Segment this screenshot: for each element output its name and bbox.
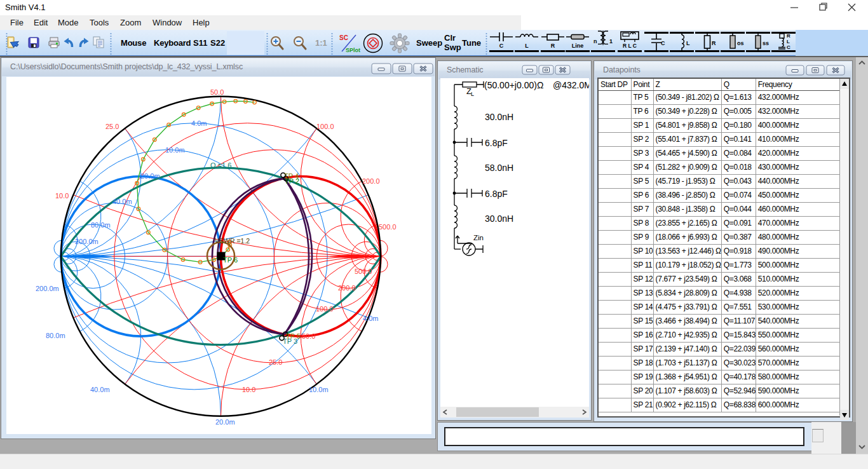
svg-text:10.0: 10.0 [242, 386, 255, 393]
svg-text:C: C [499, 43, 504, 49]
svg-text:200.0m: 200.0m [36, 285, 59, 292]
svg-text:500.0: 500.0 [355, 268, 372, 275]
svg-text:C: C [661, 40, 665, 46]
svg-text:20.0m: 20.0m [215, 418, 235, 426]
svg-text:40.0m: 40.0m [112, 198, 132, 205]
svg-text:os: os [737, 40, 744, 46]
svg-text:4.0m: 4.0m [191, 119, 207, 127]
svg-text:80.0m: 80.0m [91, 221, 111, 229]
svg-text:SPlot: SPlot [346, 47, 360, 53]
svg-text:TP 3: TP 3 [283, 337, 297, 345]
svg-text:R: R [787, 33, 790, 39]
svg-text:10.0m: 10.0m [309, 386, 329, 393]
svg-text:80.0m: 80.0m [46, 332, 65, 339]
svg-text:25.0: 25.0 [105, 123, 119, 130]
svg-text:100.0: 100.0 [316, 123, 334, 130]
svg-text:Zin: Zin [473, 234, 484, 241]
svg-text:500.0: 500.0 [379, 223, 397, 231]
svg-text:50.0: 50.0 [302, 332, 315, 340]
svg-text:R: R [712, 40, 716, 46]
svg-text:Q =1.6: Q =1.6 [210, 161, 231, 169]
svg-text:200.0: 200.0 [362, 177, 380, 185]
svg-text:20.0m: 20.0m [140, 172, 160, 180]
svg-text:ss: ss [763, 40, 769, 46]
svg-text:200.0m: 200.0m [75, 238, 98, 245]
svg-text:SC: SC [339, 34, 348, 41]
svg-text:TP 2: TP 2 [285, 177, 299, 185]
svg-text:200.0: 200.0 [338, 284, 356, 292]
svg-text:TP 6: TP 6 [223, 256, 238, 264]
svg-text:50.0: 50.0 [210, 88, 224, 96]
svg-text:L: L [787, 39, 790, 44]
svg-text:25.0: 25.0 [269, 358, 282, 366]
svg-text:L: L [471, 91, 474, 97]
svg-text:Line: Line [572, 43, 584, 49]
svg-text:10.0m: 10.0m [165, 146, 185, 154]
svg-text:4.0m: 4.0m [363, 315, 378, 322]
svg-text:1: 1 [609, 38, 613, 44]
svg-text:R L C: R L C [623, 43, 637, 49]
svg-text:VSWR =1.2: VSWR =1.2 [215, 237, 250, 245]
svg-text:100.0: 100.0 [316, 305, 334, 313]
svg-text:40.0m: 40.0m [90, 386, 110, 393]
svg-text:R: R [551, 43, 555, 49]
svg-text:L: L [525, 43, 529, 49]
svg-text:10.0: 10.0 [55, 192, 69, 200]
svg-text:n: n [593, 38, 597, 44]
svg-text:L: L [686, 40, 690, 46]
svg-text:C: C [787, 44, 790, 50]
